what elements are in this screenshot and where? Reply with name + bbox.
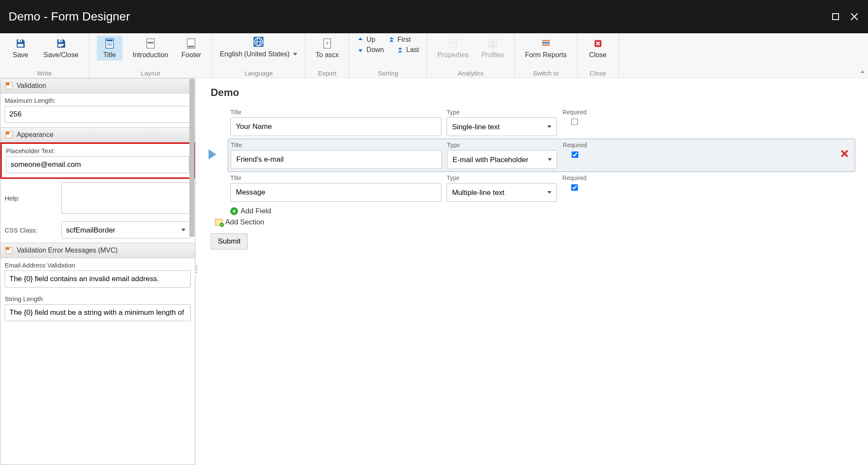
- ribbon-expand-button[interactable]: [859, 69, 865, 76]
- submit-button[interactable]: Submit: [211, 233, 248, 250]
- row-pointer-icon: [208, 148, 217, 162]
- language-dropdown[interactable]: English (United States): [220, 50, 297, 58]
- reports-icon: [540, 38, 552, 49]
- section-header-appearance[interactable]: Appearance: [0, 127, 195, 142]
- delete-row-button[interactable]: [840, 149, 849, 159]
- prop-css-class: CSS Class: scfEmailBorder: [0, 218, 195, 243]
- add-field-button[interactable]: + Add Field: [230, 207, 855, 215]
- row-title-input[interactable]: [230, 117, 441, 136]
- title-button[interactable]: Title: [97, 36, 122, 61]
- sort-down-button[interactable]: Down: [357, 46, 384, 54]
- sort-last-button[interactable]: Last: [397, 46, 419, 54]
- svg-rect-4: [20, 40, 21, 41]
- chevron-up-icon: [859, 69, 865, 75]
- ribbon: Save Save/Close Write Title: [0, 33, 868, 78]
- prop-max-length: Maximum Length:: [0, 93, 195, 127]
- ribbon-group-layout: Title Introduction Footer Layout: [89, 33, 212, 78]
- ribbon-group-switchto: Form Reports Switch to: [515, 33, 577, 78]
- ribbon-group-label: Sorting: [378, 70, 398, 77]
- arrow-down-icon: [357, 46, 364, 53]
- svg-rect-6: [58, 39, 62, 42]
- delete-icon: [840, 149, 849, 158]
- row-type-select[interactable]: Single-line text: [447, 117, 557, 136]
- row-title-input[interactable]: [231, 150, 442, 169]
- svg-text:#: #: [326, 41, 328, 46]
- svg-rect-29: [542, 44, 550, 46]
- section-icon: [6, 82, 12, 89]
- form-row[interactable]: Title Type Single-line text Required: [230, 106, 855, 139]
- properties-icon: [447, 38, 459, 49]
- svg-rect-17: [188, 46, 194, 47]
- ribbon-group-label: Layout: [141, 70, 160, 77]
- maximize-icon: [831, 12, 840, 21]
- footer-button[interactable]: Footer: [178, 36, 204, 61]
- help-textarea[interactable]: [61, 182, 191, 214]
- prop-help: Help:: [0, 179, 195, 218]
- svg-rect-7: [61, 40, 61, 41]
- row-type-select[interactable]: E-mail with Placeholder: [447, 150, 557, 169]
- section-icon: [6, 247, 12, 254]
- chevron-down-icon: [293, 53, 297, 55]
- placeholder-text-input[interactable]: [6, 156, 189, 173]
- ribbon-group-export: # To ascx Export: [305, 33, 349, 78]
- form-canvas: Demo Title Type Single-line text Require…: [198, 78, 868, 465]
- save-button[interactable]: Save: [8, 36, 33, 61]
- svg-rect-27: [542, 40, 550, 41]
- row-title-input[interactable]: [230, 183, 441, 202]
- prop-string-length: String Length: [0, 292, 195, 326]
- ribbon-group-label: Analytics: [458, 70, 484, 77]
- ribbon-group-write: Save Save/Close Write: [0, 33, 89, 78]
- close-icon: [850, 12, 859, 21]
- row-type-select[interactable]: Multiple-line text: [447, 183, 557, 202]
- save-icon: [15, 38, 26, 49]
- close-button[interactable]: Close: [585, 36, 611, 61]
- to-ascx-button[interactable]: # To ascx: [313, 36, 341, 61]
- titlebar: Demo - Form Designer: [0, 0, 868, 33]
- email-validation-input[interactable]: [5, 270, 191, 288]
- add-section-icon: [215, 219, 223, 226]
- introduction-button[interactable]: Introduction: [130, 36, 171, 61]
- globe-icon: [253, 36, 264, 48]
- css-class-select[interactable]: scfEmailBorder: [61, 221, 191, 238]
- ribbon-group-sorting: Up First Down Last Sorting: [349, 33, 427, 78]
- svg-rect-3: [18, 39, 22, 42]
- form-title: Demo: [211, 87, 855, 99]
- sort-first-button[interactable]: First: [388, 36, 411, 44]
- sort-up-button[interactable]: Up: [357, 36, 375, 44]
- row-required-checkbox[interactable]: [559, 119, 590, 125]
- svg-rect-28: [542, 42, 550, 44]
- svg-rect-5: [18, 44, 23, 47]
- splitter-grip-icon: [196, 265, 197, 278]
- properties-button: Properties: [435, 36, 471, 61]
- add-section-button[interactable]: Add Section: [215, 218, 855, 227]
- arrow-last-icon: [397, 46, 404, 53]
- workspace: Validation Maximum Length: Appearance Pl…: [0, 78, 868, 465]
- introduction-icon: [145, 38, 157, 49]
- row-required-checkbox[interactable]: [560, 151, 590, 158]
- form-reports-button[interactable]: Form Reports: [523, 36, 569, 61]
- ribbon-group-label: Export: [318, 70, 337, 77]
- svg-rect-15: [148, 42, 154, 44]
- properties-sidebar: Validation Maximum Length: Appearance Pl…: [0, 78, 195, 465]
- ribbon-group-analytics: Properties Profiles Analytics: [427, 33, 514, 78]
- window-controls: [830, 12, 859, 22]
- close-window-button[interactable]: [849, 12, 859, 22]
- placeholder-highlight: Placeholder Text:: [0, 142, 195, 179]
- string-length-input[interactable]: [5, 304, 191, 321]
- title-icon: [104, 38, 116, 49]
- section-header-validation[interactable]: Validation: [0, 78, 195, 93]
- arrow-first-icon: [388, 36, 395, 43]
- form-row-selected[interactable]: Title Type E-mail with Placeholder Requi…: [228, 139, 855, 172]
- prop-email-validation: Email Address Validation: [0, 258, 195, 292]
- scrollbar-thumb[interactable]: [189, 79, 195, 237]
- close-red-icon: [592, 38, 604, 49]
- form-row[interactable]: Title Type Multiple-line text Required: [230, 172, 855, 204]
- section-header-errors[interactable]: Validation Error Messages (MVC): [0, 243, 195, 258]
- save-close-button[interactable]: Save/Close: [41, 36, 81, 61]
- form-fields: Title Type Single-line text Required Tit: [230, 106, 855, 215]
- max-length-input[interactable]: [5, 106, 191, 123]
- row-required-checkbox[interactable]: [559, 184, 590, 191]
- export-icon: #: [321, 38, 333, 49]
- maximize-button[interactable]: [830, 12, 841, 22]
- ribbon-group-language: English (United States) Language: [212, 33, 305, 78]
